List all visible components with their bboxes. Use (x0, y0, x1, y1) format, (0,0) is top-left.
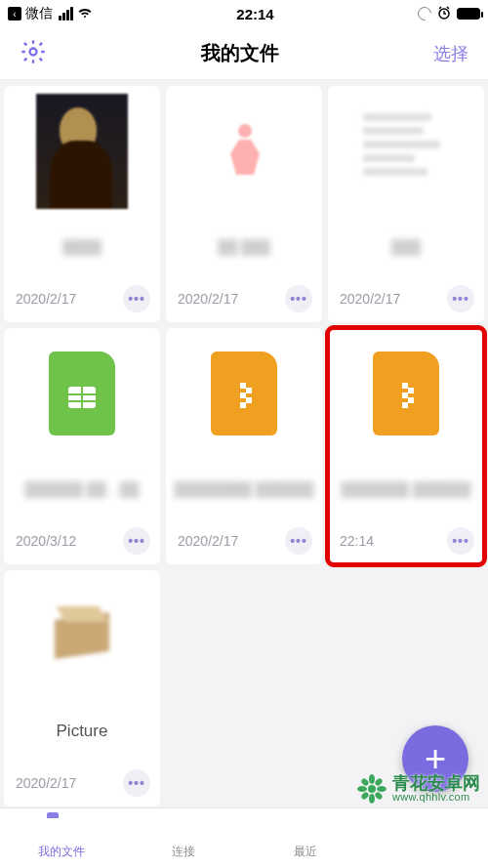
file-thumbnail (328, 328, 484, 459)
file-card[interactable]: ████████ ██████ 2020/2/17 ••• (166, 328, 322, 564)
svg-point-4 (369, 794, 375, 804)
file-date: 22:14 (340, 533, 374, 549)
watermark-logo-icon (357, 774, 386, 804)
watermark-brand: 青花安卓网 (392, 774, 480, 793)
tab-label: 连接 (172, 844, 195, 860)
file-thumbnail (4, 86, 160, 217)
file-name: Picture (4, 701, 160, 758)
archive-icon (373, 351, 439, 435)
file-date: 2020/2/17 (178, 533, 238, 549)
spreadsheet-icon (49, 351, 115, 435)
more-button[interactable]: ••• (123, 285, 150, 312)
svg-point-9 (360, 791, 370, 801)
svg-point-1 (30, 48, 37, 55)
file-thumbnail (166, 328, 322, 459)
alarm-icon (437, 6, 451, 22)
battery-icon (457, 8, 480, 20)
wifi-icon (169, 816, 198, 842)
gear-icon[interactable] (20, 38, 47, 69)
svg-point-8 (374, 777, 384, 787)
signal-icon (59, 7, 73, 21)
tab-recent[interactable]: 最近 (244, 808, 366, 868)
file-thumbnail (4, 570, 160, 701)
status-bar: ‹ 微信 22:14 (0, 0, 488, 27)
file-card-highlighted[interactable]: ███████ ██████ 22:14 ••• (328, 328, 484, 564)
back-app-icon[interactable]: ‹ (8, 7, 21, 21)
clock-icon (291, 816, 320, 842)
svg-point-7 (360, 777, 370, 787)
file-thumbnail (328, 86, 484, 217)
tab-cutoff (366, 808, 488, 868)
file-date: 2020/2/17 (340, 291, 400, 307)
file-thumbnail (166, 86, 322, 217)
file-date: 2020/2/17 (16, 291, 76, 307)
svg-point-2 (368, 785, 376, 793)
select-button[interactable]: 选择 (433, 42, 468, 65)
file-thumbnail (4, 328, 160, 459)
more-button[interactable]: ••• (285, 285, 312, 312)
more-button[interactable]: ••• (447, 285, 474, 312)
file-name: ███ (328, 217, 484, 273)
wifi-status-icon (77, 6, 93, 21)
file-name: ████ (4, 217, 160, 273)
file-card[interactable]: ███ 2020/2/17 ••• (328, 86, 484, 322)
file-date: 2020/2/17 (178, 291, 238, 307)
back-app-label[interactable]: 微信 (25, 5, 53, 22)
svg-point-3 (369, 774, 375, 784)
dnd-icon (415, 4, 434, 23)
tab-label: 最近 (294, 844, 317, 860)
file-card[interactable]: ██████ ██…██ 2020/3/12 ••• (4, 328, 160, 564)
file-name: ██ ███ (166, 217, 322, 273)
archive-icon (211, 351, 277, 435)
tab-my-files[interactable]: 我的文件 (0, 808, 122, 868)
nav-bar: 我的文件 选择 (0, 27, 488, 80)
file-grid: ████ 2020/2/17 ••• ██ ███ 2020/2/17 ••• … (0, 80, 488, 812)
file-date: 2020/3/12 (16, 533, 76, 549)
plus-icon: + (425, 740, 446, 777)
svg-point-6 (377, 786, 386, 792)
svg-point-5 (357, 786, 367, 792)
more-button[interactable]: ••• (447, 527, 474, 555)
status-time: 22:14 (93, 6, 418, 22)
file-name: ████████ ██████ (166, 459, 322, 516)
tab-label: 我的文件 (38, 844, 85, 860)
status-right (418, 6, 480, 22)
more-button[interactable]: ••• (285, 527, 312, 555)
more-button[interactable]: ••• (123, 769, 150, 797)
watermark: 青花安卓网 www.qhhlv.com (357, 774, 480, 804)
watermark-url: www.qhhlv.com (392, 792, 480, 804)
tab-connect[interactable]: 连接 (122, 808, 244, 868)
file-name: ██████ ██…██ (4, 459, 160, 516)
file-card[interactable]: Picture 2020/2/17 ••• (4, 570, 160, 806)
file-card[interactable]: ██ ███ 2020/2/17 ••• (166, 86, 322, 322)
file-card[interactable]: ████ 2020/2/17 ••• (4, 86, 160, 322)
svg-point-10 (374, 791, 384, 801)
page-title: 我的文件 (201, 40, 279, 66)
status-left: ‹ 微信 (8, 5, 93, 22)
more-button[interactable]: ••• (123, 527, 150, 555)
tab-bar: 我的文件 连接 最近 (0, 807, 488, 868)
folder-icon (47, 816, 76, 842)
file-date: 2020/2/17 (16, 775, 76, 791)
file-name: ███████ ██████ (328, 459, 484, 516)
